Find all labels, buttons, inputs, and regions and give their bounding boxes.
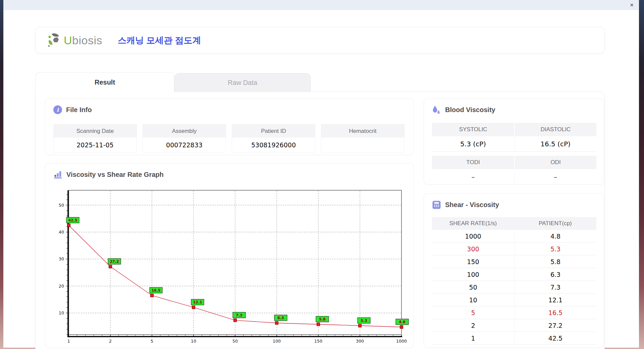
svg-text:20: 20: [59, 284, 64, 289]
field-value: 2025-11-05: [54, 138, 137, 152]
result-panel: i File Info Scanning Date2025-11-05Assem…: [35, 92, 605, 349]
app-window: × Ubiosis 스캐닝 모세관 점도계 Result Raw Data: [3, 0, 639, 348]
ubiosis-logo: Ubiosis: [46, 33, 102, 48]
desktop-background: × Ubiosis 스캐닝 모세관 점도계 Result Raw Data: [0, 0, 644, 349]
svg-text:27.2: 27.2: [110, 259, 119, 264]
shear-rate-cell: 10: [432, 294, 514, 306]
shear-viscosity-card: Shear - Viscosity SHEAR RATE(1/s) PATIEN…: [424, 193, 604, 348]
shear-viscosity-header: Shear - Viscosity: [424, 194, 604, 209]
svg-text:5.8: 5.8: [319, 317, 326, 321]
shear-rate-cell: 300: [432, 243, 514, 255]
close-icon[interactable]: ×: [630, 1, 634, 9]
shear-rate-cell: 5: [432, 306, 514, 319]
svg-text:10: 10: [191, 339, 196, 344]
blood-viscosity-grid: SYSTOLICDIASTOLIC5.3 (cP)16.5 (cP)TODIOD…: [432, 123, 596, 185]
patient-viscosity-cell: 27.2: [514, 319, 596, 332]
shear-rate-cell: 100: [432, 268, 514, 281]
table-row: 1505.8: [432, 255, 596, 268]
field-label: Patient ID: [232, 124, 315, 138]
svg-text:10: 10: [59, 310, 64, 315]
file-info-card: i File Info Scanning Date2025-11-05Assem…: [45, 98, 414, 155]
metric-label: ODI: [514, 156, 596, 169]
svg-text:100: 100: [273, 339, 281, 344]
svg-text:5: 5: [151, 339, 153, 344]
metric-value: –: [514, 169, 596, 184]
table-row: 507.3: [432, 281, 596, 294]
shear-viscosity-table: SHEAR RATE(1/s) PATIENT(cp) 10004.83005.…: [432, 217, 596, 345]
viscosity-chart: 10203040501251050100150300100042.527.216…: [51, 183, 409, 349]
svg-text:50: 50: [232, 339, 238, 344]
blood-viscosity-value-row: 5.3 (cP)16.5 (cP): [432, 136, 596, 152]
file-info-header: i File Info: [45, 99, 414, 114]
svg-text:12.1: 12.1: [193, 300, 202, 304]
field-value: 53081926000: [232, 138, 315, 152]
svg-text:1: 1: [67, 339, 70, 344]
table-row: 516.5: [432, 306, 596, 319]
file-info-field: Assembly000722833: [143, 124, 226, 152]
metric-value: –: [432, 169, 514, 184]
shear-rate-cell: 2: [432, 319, 514, 332]
blood-viscosity-header: Blood Viscosity: [424, 99, 604, 114]
field-label: Assembly: [143, 124, 226, 138]
svg-text:5.3: 5.3: [361, 318, 367, 323]
svg-text:6.3: 6.3: [277, 316, 284, 320]
blood-viscosity-label-row: SYSTOLICDIASTOLIC: [432, 123, 596, 136]
shear-rate-cell: 150: [432, 255, 514, 268]
header-card: Ubiosis 스캐닝 모세관 점도계: [35, 27, 605, 54]
file-info-field: Scanning Date2025-11-05: [53, 124, 137, 152]
field-value: 000722833: [143, 138, 226, 152]
file-info-fields: Scanning Date2025-11-05Assembly000722833…: [53, 124, 405, 152]
patient-viscosity-cell: 16.5: [514, 306, 596, 319]
patient-viscosity-cell: 5.8: [514, 255, 596, 268]
patient-viscosity-cell: 42.5: [514, 332, 596, 344]
svg-text:300: 300: [356, 339, 364, 344]
metric-value: 5.3 (cP): [432, 136, 514, 151]
metric-label: SYSTOLIC: [432, 123, 514, 136]
shear-rate-cell: 1000: [432, 230, 514, 242]
shear-viscosity-title: Shear - Viscosity: [445, 201, 499, 209]
field-label: Hematocrit: [321, 124, 404, 138]
ubiosis-logo-icon: [46, 33, 62, 48]
app-title-korean: 스캐닝 모세관 점도계: [118, 35, 201, 46]
blood-viscosity-label-row: TODIODI: [432, 156, 596, 169]
blood-viscosity-value-row: ––: [432, 169, 596, 185]
svg-text:40: 40: [59, 230, 64, 235]
table-row: 227.2: [432, 319, 596, 332]
patient-column-header: PATIENT(cp): [514, 217, 596, 230]
svg-text:30: 30: [59, 256, 64, 261]
field-label: Scanning Date: [54, 124, 137, 138]
ubiosis-logo-text: Ubiosis: [64, 34, 102, 47]
metric-value: 16.5 (cP): [514, 136, 596, 151]
tab-result[interactable]: Result: [35, 72, 174, 92]
table-row: 1012.1: [432, 294, 596, 306]
droplets-icon: [432, 105, 441, 114]
field-value: [321, 138, 404, 152]
viscosity-graph-card: Viscosity vs Shear Rate Graph 1020304050…: [45, 163, 414, 348]
shear-table-header: SHEAR RATE(1/s) PATIENT(cp): [432, 217, 596, 230]
patient-viscosity-cell: 7.3: [514, 281, 596, 293]
file-info-title: File Info: [66, 106, 92, 114]
shear-rate-cell: 50: [432, 281, 514, 293]
metric-label: DIASTOLIC: [514, 123, 596, 136]
svg-text:1000: 1000: [396, 339, 407, 344]
svg-text:50: 50: [59, 203, 64, 208]
calculator-icon: [432, 200, 441, 209]
bar-chart-icon: [53, 170, 62, 179]
shear-rate-column-header: SHEAR RATE(1/s): [432, 217, 514, 230]
blood-viscosity-title: Blood Viscosity: [445, 106, 495, 114]
window-titlebar: ×: [3, 0, 639, 10]
file-info-field: Patient ID53081926000: [232, 124, 315, 152]
svg-text:42.5: 42.5: [68, 218, 77, 222]
graph-title: Viscosity vs Shear Rate Graph: [66, 171, 164, 179]
patient-viscosity-cell: 4.8: [514, 230, 596, 242]
table-row: 142.5: [432, 332, 596, 345]
info-icon: i: [53, 105, 62, 114]
shear-rate-cell: 1: [432, 332, 514, 344]
svg-text:7.3: 7.3: [236, 313, 243, 317]
patient-viscosity-cell: 5.3: [514, 243, 596, 255]
file-info-field: Hematocrit: [321, 124, 405, 152]
svg-text:2: 2: [109, 339, 112, 344]
table-row: 1006.3: [432, 268, 596, 281]
page-content: Ubiosis 스캐닝 모세관 점도계 Result Raw Data i Fi…: [3, 10, 639, 348]
tab-raw-data[interactable]: Raw Data: [174, 73, 311, 92]
